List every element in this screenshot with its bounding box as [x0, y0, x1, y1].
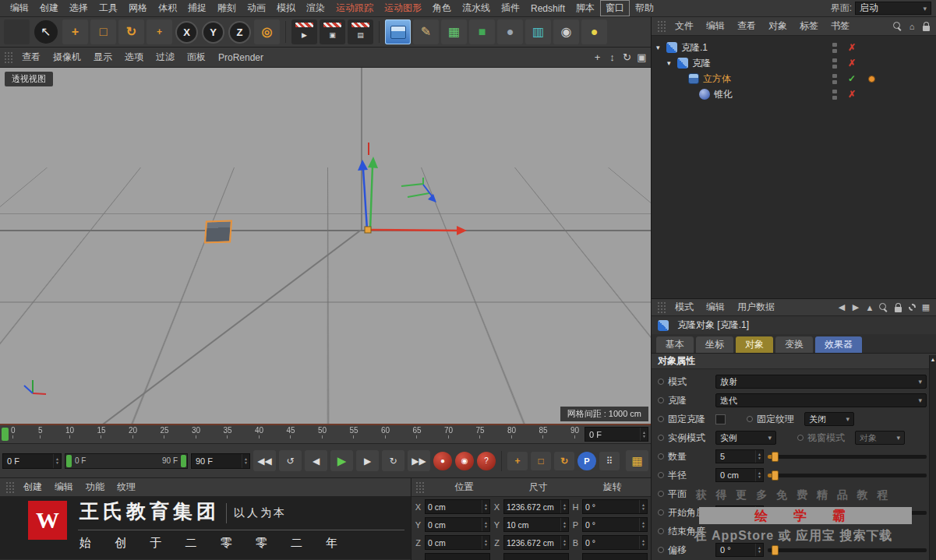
menu-edit[interactable]: 编辑	[5, 0, 34, 16]
gear-icon[interactable]	[905, 301, 919, 315]
size-z-field[interactable]: 1236.672 cm	[503, 535, 569, 550]
am-menu-userdata[interactable]: 用户数据	[731, 301, 781, 314]
fix-texture-select[interactable]: 关闭 ▾	[804, 412, 854, 426]
offset-field[interactable]: 0 °	[715, 543, 764, 557]
lock-icon[interactable]	[891, 301, 905, 315]
rotation-p-field[interactable]: 0 °	[582, 517, 648, 532]
menu-render[interactable]: 渲染	[301, 0, 330, 16]
tree-row-cloner-1[interactable]: ▾ 克隆.1 ✗	[652, 40, 936, 55]
spinner-icon[interactable]	[482, 536, 489, 549]
menu-pipeline[interactable]: 流水线	[457, 0, 496, 16]
position-x-field[interactable]: 0 cm	[425, 499, 490, 514]
panel-grip[interactable]	[657, 20, 666, 32]
material-content[interactable]: W 王氏教育集团 以人为本 始 创 于 二 零 零 二 年	[0, 497, 411, 559]
tab-effectors[interactable]: 效果器	[815, 336, 862, 353]
timeline-ruler[interactable]: 0 5 10 15 20 25 30 35 40 45 50 55 60 65 …	[0, 425, 651, 444]
object-name[interactable]: 克隆.1	[681, 41, 708, 55]
instance-mode-select[interactable]: 实例 ▾	[715, 431, 776, 445]
slider-knob[interactable]	[772, 452, 779, 462]
tab-coordinates[interactable]: 坐标	[696, 336, 733, 353]
start-angle-slider[interactable]	[768, 511, 927, 515]
spinner-icon[interactable]	[755, 544, 763, 556]
tab-transform[interactable]: 变换	[775, 336, 813, 353]
rotation-h-field[interactable]: 0 °	[582, 499, 648, 514]
visibility-dots-icon[interactable]	[832, 90, 838, 100]
spinner-icon[interactable]	[639, 500, 647, 513]
subdivision-surface-button[interactable]: ▦	[441, 19, 467, 44]
tab-object[interactable]: 对象	[736, 336, 773, 353]
loop-button[interactable]: ↻	[382, 450, 404, 471]
move-tool-button[interactable]: +	[62, 19, 88, 44]
axis-gizmo[interactable]	[0, 68, 651, 425]
y-axis-lock-button[interactable]: Y	[202, 21, 224, 44]
mode-select[interactable]: 放射 ▾	[715, 375, 927, 389]
search-icon[interactable]	[891, 19, 905, 33]
object-name[interactable]: 锥化	[714, 88, 733, 101]
om-menu-bookmarks[interactable]: 书签	[825, 19, 856, 33]
rotate-tool-button[interactable]: ↻	[118, 19, 144, 44]
position-y-field[interactable]: 0 cm	[425, 517, 490, 532]
modeling-object-button[interactable]: ■	[469, 19, 495, 44]
render-view-button[interactable]: ▶	[291, 19, 317, 44]
tab-basic[interactable]: 基本	[656, 336, 694, 353]
slider-knob[interactable]	[772, 545, 779, 555]
radius-slider[interactable]	[768, 474, 927, 477]
spinner-icon[interactable]	[242, 454, 249, 468]
menu-tools[interactable]: 工具	[94, 0, 123, 16]
search-icon[interactable]	[877, 301, 891, 315]
record-keyframe-button[interactable]: ●	[433, 452, 452, 470]
coordinate-system-button[interactable]: ◎	[254, 19, 280, 44]
next-frame-button[interactable]: ▶	[356, 450, 379, 471]
spinner-icon[interactable]	[755, 469, 763, 481]
enable-state-icon[interactable]: ✗	[848, 58, 856, 69]
om-menu-object[interactable]: 对象	[762, 19, 793, 33]
x-axis-lock-button[interactable]: X	[175, 21, 198, 44]
tree-row-taper[interactable]: 锥化 ✗	[652, 86, 936, 102]
render-picture-viewer-button[interactable]: ▣	[320, 19, 345, 44]
mat-menu-create[interactable]: 创建	[17, 481, 48, 494]
nav-back-icon[interactable]: ◀	[835, 301, 849, 315]
volume-button[interactable]: ●	[497, 19, 523, 44]
om-menu-file[interactable]: 文件	[669, 19, 700, 33]
spinner-icon[interactable]	[755, 506, 763, 519]
maximize-view-icon[interactable]: ▣	[634, 51, 649, 63]
expand-icon[interactable]: ▾	[656, 44, 666, 51]
panel-grip[interactable]	[415, 481, 425, 493]
new-layer-icon[interactable]: ▦	[919, 301, 933, 315]
enable-state-icon[interactable]: ✗	[848, 89, 856, 100]
last-used-tool-button[interactable]: +	[147, 19, 172, 44]
menu-simulate[interactable]: 模拟	[271, 0, 301, 16]
slider-knob[interactable]	[772, 508, 779, 518]
om-menu-tags[interactable]: 标签	[793, 19, 825, 33]
size-y-field[interactable]: 10 cm	[503, 517, 569, 532]
menu-animate[interactable]: 动画	[242, 0, 271, 16]
count-field[interactable]: 5	[715, 449, 764, 463]
count-slider[interactable]	[768, 455, 927, 459]
menu-script[interactable]: 脚本	[570, 0, 600, 16]
light-button[interactable]: ●	[581, 19, 607, 44]
visibility-dots-icon[interactable]	[832, 58, 838, 69]
end-frame-field[interactable]: 90 F	[191, 453, 250, 469]
goto-end-button[interactable]: ▶▶	[408, 450, 430, 471]
enable-state-icon[interactable]: ✓	[848, 73, 856, 84]
current-frame-field[interactable]: 0 F	[2, 453, 62, 469]
viewport-mode-select[interactable]: 对象 ▾	[855, 431, 905, 445]
frame-range-slider[interactable]: 0 F 90 F	[65, 453, 188, 469]
spinner-icon[interactable]	[482, 500, 489, 513]
menu-dots-button[interactable]: ⠿	[599, 452, 620, 470]
coord-system-p-button[interactable]: P	[577, 452, 596, 470]
spinner-icon[interactable]	[560, 500, 568, 513]
om-menu-edit[interactable]: 编辑	[700, 19, 731, 33]
object-name[interactable]: 立方体	[703, 72, 731, 86]
object-properties-header[interactable]: 对象属性	[652, 354, 936, 369]
tag-dot-icon[interactable]	[868, 76, 875, 83]
object-name[interactable]: 克隆	[692, 57, 711, 70]
fix-clone-checkbox[interactable]	[715, 414, 726, 424]
offset-slider[interactable]	[768, 548, 927, 552]
history-slot-button[interactable]	[4, 19, 30, 44]
field-button[interactable]: ▥	[525, 19, 551, 44]
spinner-icon[interactable]	[560, 536, 568, 549]
snap-grid-button[interactable]: ▦	[626, 450, 648, 471]
vp-menu-options[interactable]: 选项	[118, 51, 150, 64]
spinner-icon[interactable]	[755, 450, 763, 463]
